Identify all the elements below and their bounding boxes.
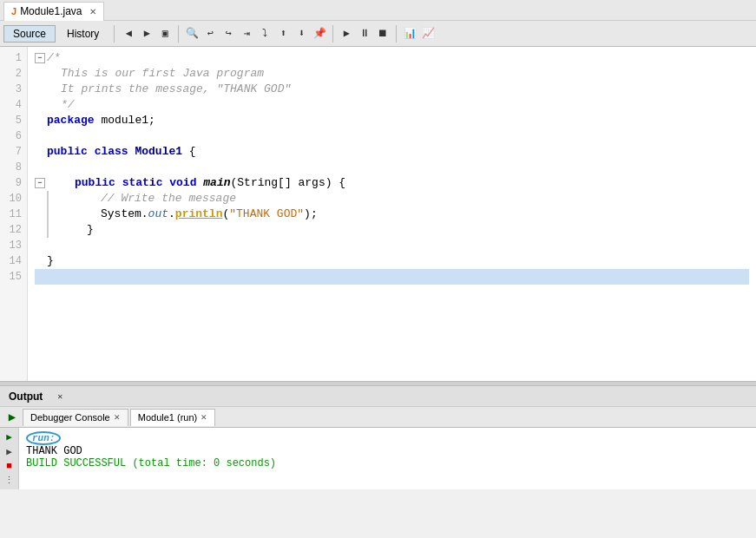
output-text-success: BUILD SUCCESSFUL (total time: 0 seconds) — [26, 457, 276, 469]
code-line-4: */ — [35, 97, 749, 113]
line-num-4: 4 — [3, 97, 22, 113]
output-run-icon[interactable]: ▶ — [3, 409, 21, 426]
fold-icon-9[interactable]: − — [35, 178, 45, 188]
code-line-5: package module1; — [35, 113, 749, 128]
line-num-5: 5 — [3, 113, 22, 128]
code-line-15 — [35, 269, 749, 285]
toolbar-buttons: ◀ ▶ ▣ 🔍 ↩ ↪ ⇥ ⤵ ⬆ ⬇ 📌 ▶ ⏸ ⏹ 📊 📈 — [120, 25, 437, 43]
code-content[interactable]: −/* This is our first Java program It pr… — [28, 47, 756, 381]
sidebar-stop-icon[interactable]: ■ — [6, 461, 12, 471]
toolbar-btn-down[interactable]: ⬇ — [293, 25, 310, 43]
toolbar-btn-run[interactable]: ▶ — [338, 25, 355, 43]
run-badge: run: — [26, 431, 61, 445]
toolbar-btn-1[interactable]: ◀ — [120, 25, 137, 43]
line-numbers: 1 2 3 4 5 6 7 8 9 10 11 12 13 14 15 — [0, 47, 28, 381]
line-num-8: 8 — [3, 160, 22, 175]
java-file-icon: J — [11, 6, 16, 16]
sidebar-run-icon[interactable]: ▶ — [6, 431, 12, 443]
toolbar-btn-redo[interactable]: ↪ — [220, 25, 237, 43]
file-tab-module1[interactable]: J Module1.java ✕ — [3, 2, 104, 21]
code-editor: 1 2 3 4 5 6 7 8 9 10 11 12 13 14 15 −/* … — [0, 47, 756, 381]
code-line-2: This is our first Java program — [35, 66, 749, 82]
line-num-12: 12 — [3, 222, 22, 238]
line-num-3: 3 — [3, 82, 22, 97]
output-content: run: THANK GOD BUILD SUCCESSFUL (total t… — [19, 428, 756, 489]
code-line-1: −/* — [35, 50, 749, 66]
code-line-9: −public static void main(String[] args) … — [35, 175, 749, 191]
toolbar-btn-up[interactable]: ⬆ — [274, 25, 292, 43]
line-num-1: 1 — [3, 50, 22, 66]
output-panel-label: Output — [3, 389, 48, 404]
output-tab-module1-close[interactable]: ✕ — [201, 413, 207, 422]
output-line-success: BUILD SUCCESSFUL (total time: 0 seconds) — [26, 457, 749, 469]
file-tab-close[interactable]: ✕ — [89, 7, 96, 16]
output-sidebar: ▶ ▶ ■ ⋮ run: THANK GOD BUILD SUCCESSFUL … — [0, 428, 756, 489]
output-line-thankgod: THANK GOD — [26, 445, 749, 457]
code-line-6 — [35, 128, 749, 144]
toolbar-btn-stats[interactable]: 📈 — [419, 25, 437, 43]
output-tab-module1[interactable]: Module1 (run) ✕ — [130, 409, 215, 426]
toolbar-btn-chart[interactable]: 📊 — [401, 25, 418, 43]
line-num-10: 10 — [3, 191, 22, 207]
code-line-12: } — [35, 222, 749, 238]
file-tab-bar: J Module1.java ✕ — [0, 0, 756, 21]
editor-toolbar: Source History ◀ ▶ ▣ 🔍 ↩ ↪ ⇥ ⤵ ⬆ ⬇ 📌 ▶ ⏸… — [0, 21, 756, 47]
line-num-2: 2 — [3, 66, 22, 82]
fold-icon-1[interactable]: − — [35, 53, 45, 63]
output-panel: Output ✕ ▶ Debugger Console ✕ Module1 (r… — [0, 386, 756, 538]
output-tab-module1-label: Module1 (run) — [138, 412, 197, 423]
toolbar-btn-undo[interactable]: ↩ — [201, 25, 219, 43]
output-line-run: run: — [26, 431, 749, 445]
line-num-9: 9 — [3, 175, 22, 191]
code-line-10: // Write the message — [35, 191, 749, 207]
source-tab[interactable]: Source — [3, 25, 56, 43]
file-tab-label: Module1.java — [20, 5, 82, 17]
line-num-6: 6 — [3, 128, 22, 144]
code-line-8 — [35, 160, 749, 175]
toolbar-btn-step-over[interactable]: ⤵ — [256, 25, 273, 43]
history-tab[interactable]: History — [57, 25, 108, 43]
toolbar-btn-3[interactable]: ▣ — [156, 25, 174, 43]
code-line-3: It prints the message, "THANK GOD" — [35, 82, 749, 97]
code-line-11: System.out.println("THANK GOD"); — [35, 207, 749, 222]
code-line-13 — [35, 238, 749, 253]
line-num-7: 7 — [3, 144, 22, 160]
toolbar-btn-pin[interactable]: 📌 — [311, 25, 328, 43]
toolbar-btn-step-into[interactable]: ⇥ — [238, 25, 255, 43]
line-num-14: 14 — [3, 253, 22, 269]
sidebar-more-icon[interactable]: ⋮ — [4, 475, 14, 486]
output-tab-debugger-label: Debugger Console — [30, 412, 110, 423]
output-header: Output ✕ — [0, 386, 756, 407]
toolbar-btn-2[interactable]: ▶ — [138, 25, 155, 43]
code-line-14: } — [35, 253, 749, 269]
output-tab-debugger-close[interactable]: ✕ — [114, 413, 121, 422]
code-line-7: public class Module1 { — [35, 144, 749, 160]
toolbar-separator-4 — [396, 25, 397, 43]
output-close-icon[interactable]: ✕ — [51, 388, 69, 405]
toolbar-separator-3 — [332, 25, 333, 43]
line-num-13: 13 — [3, 238, 22, 253]
toolbar-separator-2 — [178, 25, 179, 43]
toolbar-btn-stop[interactable]: ⏹ — [374, 25, 391, 43]
line-num-11: 11 — [3, 207, 22, 222]
line-num-15: 15 — [3, 269, 22, 285]
output-tab-debugger[interactable]: Debugger Console ✕ — [23, 409, 128, 426]
sidebar-step-icon[interactable]: ▶ — [6, 446, 12, 457]
toolbar-btn-pause[interactable]: ⏸ — [356, 25, 373, 43]
output-sidebar-icons: ▶ ▶ ■ ⋮ — [0, 428, 19, 489]
output-text-thankgod: THANK GOD — [26, 445, 82, 457]
toolbar-separator-1 — [114, 25, 115, 43]
toolbar-btn-search[interactable]: 🔍 — [183, 25, 201, 43]
output-tabs-bar: ▶ Debugger Console ✕ Module1 (run) ✕ — [0, 407, 756, 428]
